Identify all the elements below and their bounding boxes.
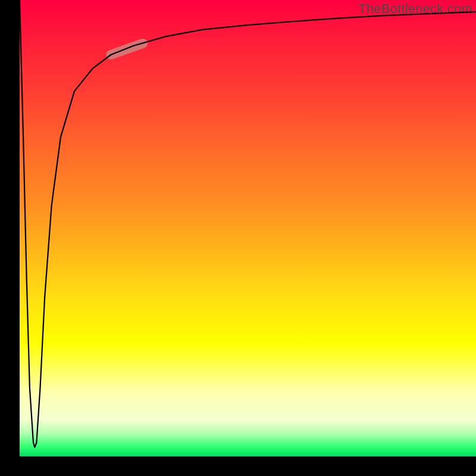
y-axis-bar <box>0 0 20 476</box>
plot-area: TheBottleneck.com <box>20 0 476 456</box>
bottleneck-curve <box>20 0 476 447</box>
x-axis-bar <box>0 456 476 476</box>
chart-frame: TheBottleneck.com <box>0 0 476 476</box>
curve-svg <box>20 0 476 456</box>
